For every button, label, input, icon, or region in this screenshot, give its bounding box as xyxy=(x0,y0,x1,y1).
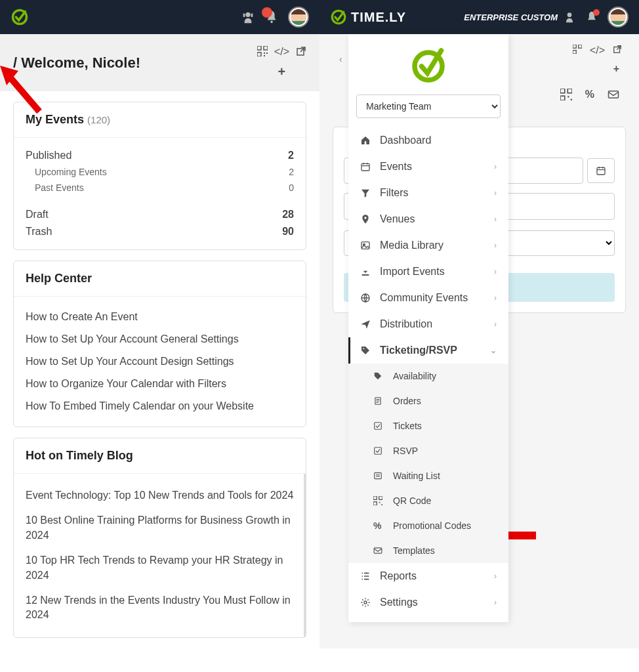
subnav-availability[interactable]: Availability xyxy=(348,364,508,388)
mail-icon[interactable] xyxy=(608,89,619,100)
subnav-label: Waiting List xyxy=(393,471,440,481)
chevron-right-icon: › xyxy=(494,320,497,329)
subnav-qr-code[interactable]: QR Code xyxy=(348,488,508,513)
qr-icon[interactable] xyxy=(573,45,582,56)
nav-label: Venues xyxy=(380,213,415,225)
qr-icon[interactable] xyxy=(257,46,268,58)
my-events-header: My Events (120) xyxy=(14,102,306,138)
support-icon[interactable] xyxy=(241,10,255,24)
blog-item[interactable]: 10 Best Online Training Platforms for Bu… xyxy=(26,508,297,548)
svg-rect-7 xyxy=(257,52,261,56)
add-icon[interactable]: + xyxy=(613,63,619,74)
globe-icon xyxy=(360,293,372,303)
published-label: Published xyxy=(26,150,72,161)
sidebar-logo-icon xyxy=(348,34,508,91)
svg-rect-3 xyxy=(251,14,253,18)
enterprise-label: ENTERPRISE CUSTOM xyxy=(464,12,558,22)
download-icon xyxy=(360,266,372,277)
help-link[interactable]: How To Embed Timely Calendar on your Web… xyxy=(26,395,294,417)
nav-community[interactable]: Community Events › xyxy=(348,285,508,311)
blog-item[interactable]: Event Technology: Top 10 New Trends and … xyxy=(26,483,297,508)
tag-icon xyxy=(360,345,372,356)
chevron-right-icon: › xyxy=(494,188,497,198)
external-link-icon[interactable] xyxy=(613,45,622,56)
qr-action-icon[interactable] xyxy=(560,89,572,100)
upcoming-row[interactable]: Upcoming Events 2 xyxy=(26,164,294,180)
nav-venues[interactable]: Venues › xyxy=(348,206,508,232)
svg-rect-20 xyxy=(560,96,565,100)
nav-label: Settings xyxy=(380,597,418,608)
qr-icon xyxy=(373,496,385,505)
support-icon[interactable] xyxy=(563,10,576,24)
svg-point-42 xyxy=(364,601,367,604)
nav-settings[interactable]: Settings › xyxy=(348,589,508,616)
subnav-rsvp[interactable]: RSVP xyxy=(348,438,508,463)
draft-row[interactable]: Draft 28 xyxy=(26,206,294,223)
subnav-templates[interactable]: Templates xyxy=(348,538,508,563)
chevron-right-icon: › xyxy=(494,598,497,607)
svg-rect-28 xyxy=(361,242,369,249)
notifications-icon[interactable] xyxy=(585,10,598,24)
add-icon[interactable]: + xyxy=(278,64,286,79)
subnav-label: QR Code xyxy=(393,495,431,506)
svg-point-4 xyxy=(270,21,273,24)
percent-icon: % xyxy=(373,520,385,531)
list-icon xyxy=(373,471,385,480)
chevron-right-icon: › xyxy=(494,241,497,250)
team-select[interactable]: Marketing Team xyxy=(356,94,501,118)
help-link[interactable]: How to Set Up Your Account General Setti… xyxy=(26,328,294,350)
percent-icon[interactable]: % xyxy=(585,89,594,100)
avatar[interactable] xyxy=(288,7,309,28)
welcome-bar: / Welcome, Nicole! </> + xyxy=(0,34,320,91)
svg-rect-14 xyxy=(573,45,576,48)
trash-label: Trash xyxy=(26,226,52,238)
blog-item[interactable]: 12 New Trends in the Events Industry You… xyxy=(26,588,297,628)
help-link[interactable]: How to Set Up Your Account Design Settin… xyxy=(26,350,294,373)
notifications-icon[interactable] xyxy=(264,10,279,24)
subnav-label: Orders xyxy=(393,396,421,406)
nav-import[interactable]: Import Events › xyxy=(348,259,508,285)
help-link[interactable]: How to Organize Your Calendar with Filte… xyxy=(26,373,294,395)
nav-reports[interactable]: Reports › xyxy=(348,563,508,589)
calendar-button[interactable] xyxy=(587,158,615,183)
published-value: 2 xyxy=(288,150,294,161)
chevron-right-icon: › xyxy=(494,162,497,171)
embed-icon[interactable]: </> xyxy=(274,46,289,58)
ticketing-subnav: Availability Orders Tickets RSVP Waiting… xyxy=(348,364,508,563)
svg-rect-38 xyxy=(373,502,377,505)
nav-ticketing[interactable]: Ticketing/RSVP ⌄ xyxy=(348,337,508,364)
subnav-orders[interactable]: Orders xyxy=(348,388,508,413)
topbar-left xyxy=(0,0,320,34)
nav-filters[interactable]: Filters › xyxy=(348,180,508,206)
published-row[interactable]: Published 2 xyxy=(26,147,294,164)
chevron-down-icon: ⌄ xyxy=(490,346,497,355)
past-label: Past Events xyxy=(35,182,84,193)
subnav-waiting-list[interactable]: Waiting List xyxy=(348,463,508,488)
nav-media[interactable]: Media Library › xyxy=(348,232,508,259)
nav-distribution[interactable]: Distribution › xyxy=(348,311,508,337)
blog-item[interactable]: 10 Top HR Tech Trends to Revamp your HR … xyxy=(26,548,297,588)
svg-rect-34 xyxy=(375,448,382,455)
svg-rect-2 xyxy=(243,14,245,18)
blog-card: Hot on Timely Blog Event Technology: Top… xyxy=(13,438,306,638)
embed-icon[interactable]: </> xyxy=(590,45,605,56)
subnav-promo[interactable]: % Promotional Codes xyxy=(348,513,508,538)
trash-row[interactable]: Trash 90 xyxy=(26,223,294,240)
avatar[interactable] xyxy=(608,7,629,28)
past-row[interactable]: Past Events 0 xyxy=(26,180,294,196)
page-title: / Welcome, Nicole! xyxy=(13,54,140,72)
nav-label: Events xyxy=(380,161,412,173)
sidebar: Marketing Team Dashboard Events › Filter… xyxy=(348,34,508,622)
nav-label: Media Library xyxy=(380,240,443,251)
external-link-icon[interactable] xyxy=(296,46,306,58)
help-link[interactable]: How to Create An Event xyxy=(26,306,294,328)
subnav-label: Templates xyxy=(393,545,435,556)
upcoming-value: 2 xyxy=(289,167,294,177)
my-events-title: My Events xyxy=(26,113,84,126)
chevron-right-icon: › xyxy=(494,293,497,303)
svg-rect-8 xyxy=(264,52,265,54)
nav-dashboard[interactable]: Dashboard xyxy=(348,127,508,154)
nav-events[interactable]: Events › xyxy=(348,154,508,180)
svg-rect-41 xyxy=(374,548,382,553)
subnav-tickets[interactable]: Tickets xyxy=(348,413,508,438)
